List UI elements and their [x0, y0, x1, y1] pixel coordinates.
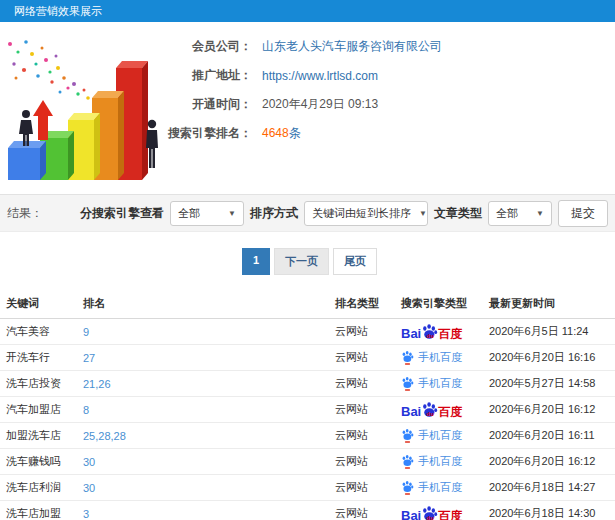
- table-row: 洗车赚钱吗 30 云网站 手机百度 2020年6月20日 16:12: [0, 449, 615, 475]
- baidu-paw-icon: du: [421, 401, 438, 418]
- growth-chart-image: [2, 30, 158, 188]
- rank-cell[interactable]: 9: [83, 326, 335, 338]
- engine-cell: 手机百度: [401, 480, 489, 495]
- member-company-label: 会员公司：: [160, 38, 252, 55]
- sort-filter-label: 排序方式: [250, 205, 298, 222]
- table-row: 汽车加盟店 8 云网站 Bai du 百度 2020年6月20日 16:12: [0, 397, 615, 423]
- rank-type-cell: 云网站: [335, 324, 401, 339]
- engine-rank-suffix: 条: [289, 126, 301, 140]
- table-row: 洗车店加盟 3 云网站 Bai du 百度 2020年6月18日 14:30: [0, 501, 615, 520]
- member-company-link[interactable]: 山东老人头汽车服务咨询有限公司: [262, 39, 442, 53]
- keyword-cell: 汽车加盟店: [0, 402, 83, 417]
- member-info-panel: 会员公司： 山东老人头汽车服务咨询有限公司 推广地址： https://www.…: [160, 22, 615, 194]
- rank-type-cell: 云网站: [335, 480, 401, 495]
- page-title: 网络营销效果展示: [0, 0, 615, 22]
- table-row: 开洗车行 27 云网站 手机百度 2020年6月20日 16:16: [0, 345, 615, 371]
- pagination: 1 下一页 尾页: [0, 248, 615, 275]
- rank-type-cell: 云网站: [335, 350, 401, 365]
- header-updated: 最新更新时间: [489, 296, 615, 311]
- header-engine-type: 搜索引擎类型: [401, 296, 489, 311]
- result-label: 结果：: [7, 205, 43, 222]
- rank-cell[interactable]: 21,26: [83, 378, 335, 390]
- engine-cell: 手机百度: [401, 350, 489, 365]
- rank-type-cell: 云网站: [335, 402, 401, 417]
- updated-cell: 2020年6月20日 16:11: [489, 428, 615, 443]
- confetti-dots: [8, 40, 90, 100]
- rank-type-cell: 云网站: [335, 506, 401, 520]
- rank-cell[interactable]: 27: [83, 352, 335, 364]
- filter-group: 分搜索引擎查看 全部 ▼ 排序方式 关键词由短到长排序 ▼ 文章类型 全部 ▼ …: [80, 200, 608, 227]
- member-company-row: 会员公司： 山东老人头汽车服务咨询有限公司: [160, 38, 615, 55]
- chevron-down-icon: ▼: [228, 209, 236, 218]
- table-row: 加盟洗车店 25,28,28 云网站 手机百度 2020年6月20日 16:11: [0, 423, 615, 449]
- article-type-select[interactable]: 全部 ▼: [488, 201, 552, 226]
- submit-button[interactable]: 提交: [558, 200, 608, 227]
- mobile-baidu-logo: 手机百度: [401, 454, 462, 469]
- promo-url-label: 推广地址：: [160, 67, 252, 84]
- header-rank-type: 排名类型: [335, 296, 401, 311]
- engine-rank-count: 4648: [262, 126, 289, 140]
- updated-cell: 2020年6月18日 14:27: [489, 480, 615, 495]
- engine-cell: Bai du 百度: [401, 401, 489, 418]
- chevron-down-icon: ▼: [536, 209, 544, 218]
- ranking-table: 关键词 排名 排名类型 搜索引擎类型 最新更新时间 汽车美容 9 云网站 Bai…: [0, 289, 615, 520]
- updated-cell: 2020年6月20日 16:12: [489, 402, 615, 417]
- keyword-cell: 汽车美容: [0, 324, 83, 339]
- rank-cell[interactable]: 30: [83, 482, 335, 494]
- updated-cell: 2020年6月18日 14:30: [489, 506, 615, 520]
- rank-type-cell: 云网站: [335, 376, 401, 391]
- mobile-baidu-paw-icon: [401, 428, 414, 443]
- mobile-baidu-paw-icon: [401, 480, 414, 495]
- keyword-cell: 洗车店利润: [0, 480, 83, 495]
- engine-cell: 手机百度: [401, 376, 489, 391]
- baidu-logo: Bai du 百度: [401, 505, 462, 520]
- table-body: 汽车美容 9 云网站 Bai du 百度 2020年6月5日 11:24 开洗车…: [0, 319, 615, 520]
- keyword-cell: 洗车店加盟: [0, 506, 83, 520]
- header-rank: 排名: [83, 296, 335, 311]
- rank-cell[interactable]: 3: [83, 508, 335, 520]
- mobile-baidu-paw-icon: [401, 454, 414, 469]
- keyword-cell: 洗车店投资: [0, 376, 83, 391]
- table-row: 洗车店投资 21,26 云网站 手机百度 2020年5月27日 14:58: [0, 371, 615, 397]
- table-row: 洗车店利润 30 云网站 手机百度 2020年6月18日 14:27: [0, 475, 615, 501]
- updated-cell: 2020年6月5日 11:24: [489, 324, 615, 339]
- engine-rank-label: 搜索引擎排名：: [160, 125, 252, 142]
- rank-type-cell: 云网站: [335, 428, 401, 443]
- promo-url-link[interactable]: https://www.lrtlsd.com: [262, 69, 378, 83]
- sort-filter-select[interactable]: 关键词由短到长排序 ▼: [304, 201, 428, 226]
- rank-cell[interactable]: 30: [83, 456, 335, 468]
- open-time-row: 开通时间： 2020年4月29日 09:13: [160, 96, 615, 113]
- filter-bar: 结果： 分搜索引擎查看 全部 ▼ 排序方式 关键词由短到长排序 ▼ 文章类型 全…: [0, 194, 615, 232]
- top-section: 会员公司： 山东老人头汽车服务咨询有限公司 推广地址： https://www.…: [0, 22, 615, 194]
- keyword-cell: 加盟洗车店: [0, 428, 83, 443]
- last-page-button[interactable]: 尾页: [333, 248, 377, 275]
- baidu-paw-icon: du: [421, 323, 438, 340]
- open-time-value: 2020年4月29日 09:13: [262, 96, 378, 113]
- svg-text:du: du: [427, 515, 435, 520]
- baidu-paw-icon: du: [421, 505, 438, 520]
- mobile-baidu-logo: 手机百度: [401, 428, 462, 443]
- updated-cell: 2020年6月20日 16:12: [489, 454, 615, 469]
- table-row: 汽车美容 9 云网站 Bai du 百度 2020年6月5日 11:24: [0, 319, 615, 345]
- chevron-down-icon: ▼: [419, 209, 427, 218]
- engine-cell: 手机百度: [401, 454, 489, 469]
- mobile-baidu-paw-icon: [401, 376, 414, 391]
- rank-cell[interactable]: 25,28,28: [83, 430, 335, 442]
- article-type-label: 文章类型: [434, 205, 482, 222]
- header-keyword: 关键词: [0, 296, 83, 311]
- page-1-button[interactable]: 1: [242, 248, 270, 275]
- svg-text:du: du: [427, 333, 435, 339]
- mobile-baidu-logo: 手机百度: [401, 480, 462, 495]
- table-header-row: 关键词 排名 排名类型 搜索引擎类型 最新更新时间: [0, 289, 615, 319]
- rank-cell[interactable]: 8: [83, 404, 335, 416]
- sort-filter-value: 关键词由短到长排序: [312, 206, 411, 221]
- engine-filter-select[interactable]: 全部 ▼: [170, 201, 244, 226]
- promo-url-row: 推广地址： https://www.lrtlsd.com: [160, 67, 615, 84]
- next-page-button[interactable]: 下一页: [274, 248, 329, 275]
- mobile-baidu-logo: 手机百度: [401, 376, 462, 391]
- engine-rank-row: 搜索引擎排名： 4648条: [160, 125, 615, 142]
- businessman-left: [19, 110, 33, 146]
- baidu-logo: Bai du 百度: [401, 401, 462, 418]
- engine-filter-value: 全部: [178, 206, 200, 221]
- svg-text:du: du: [427, 411, 435, 417]
